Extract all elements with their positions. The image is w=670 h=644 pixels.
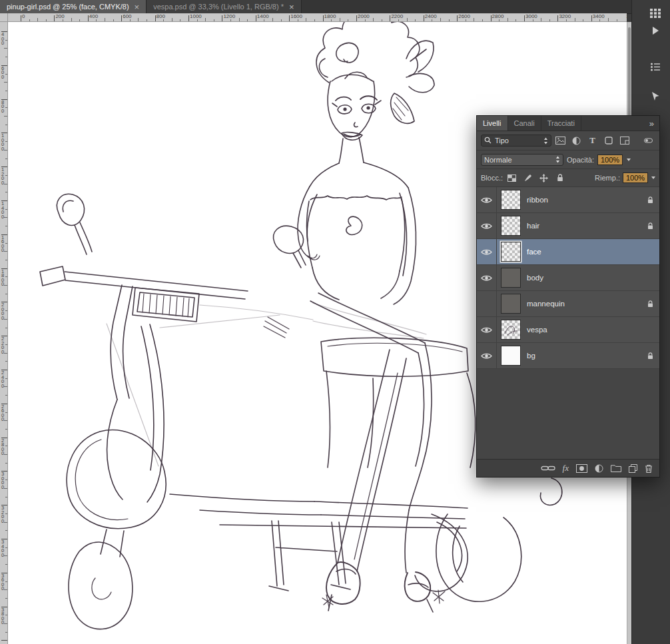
blend-row: Normale Opacità: 100%: [477, 151, 659, 169]
layer-thumbnail[interactable]: [501, 294, 521, 314]
layer-style-fx-icon[interactable]: fx: [563, 463, 569, 474]
layers-panel-tabbar: Livelli Canali Tracciati »: [477, 116, 659, 131]
layer-row-body[interactable]: body: [477, 265, 659, 291]
opacity-label: Opacità:: [567, 156, 594, 164]
annotations-icon[interactable]: [647, 88, 664, 104]
document-tab-vespa[interactable]: vespa.psd @ 33,3% (Livello 1, RGB/8) * ×: [147, 0, 301, 13]
layer-thumbnail[interactable]: [501, 216, 521, 236]
layer-visibility-toggle[interactable]: [477, 291, 497, 316]
adjustment-layer-filter-icon[interactable]: [569, 135, 583, 147]
filter-type-value: Tipo: [495, 137, 540, 145]
layer-visibility-toggle[interactable]: [477, 213, 497, 238]
layer-name: bg: [527, 352, 641, 360]
layer-visibility-toggle[interactable]: [477, 239, 497, 264]
layer-lock-icon: [641, 222, 659, 230]
layer-row-face[interactable]: face: [477, 239, 659, 265]
fill-dropdown-arrow-icon[interactable]: [651, 176, 655, 179]
layer-lock-icon: [641, 300, 659, 308]
layers-panel: Livelli Canali Tracciati » Tipo T: [476, 115, 660, 478]
lock-position-icon[interactable]: [537, 172, 551, 184]
layer-thumbnail[interactable]: [501, 190, 521, 210]
shape-layer-filter-icon[interactable]: [601, 135, 615, 147]
adjustment-layer-icon[interactable]: [595, 464, 603, 473]
layers-list: ribbonhairfacebodymannequinvespabg: [477, 187, 659, 369]
fill-label: Riemp.:: [595, 174, 620, 182]
ruler-vertical[interactable]: 4006008001000120014001600180020002200240…: [0, 22, 8, 644]
opacity-dropdown-arrow-icon[interactable]: [627, 159, 631, 161]
swatches-icon[interactable]: [647, 5, 664, 21]
fill-value-field[interactable]: 100%: [623, 172, 648, 183]
type-layer-filter-icon[interactable]: T: [585, 135, 599, 147]
combo-stepper-icon: [543, 137, 548, 145]
tool-presets-icon[interactable]: [647, 59, 664, 75]
layer-lock-icon: [641, 196, 659, 204]
blend-mode-value: Normale: [484, 156, 552, 164]
layer-visibility-toggle[interactable]: [477, 265, 497, 290]
opacity-value-field[interactable]: 100%: [597, 155, 623, 165]
close-tab-icon[interactable]: ×: [135, 3, 140, 11]
layer-name: body: [527, 274, 641, 282]
delete-layer-icon[interactable]: [645, 464, 653, 473]
layer-thumbnail[interactable]: [501, 346, 521, 366]
layer-thumbnail[interactable]: [501, 242, 521, 262]
document-tab-label: pinup-girl.psd @ 25% (face, CMYK/8): [7, 3, 129, 11]
search-icon: [484, 137, 492, 145]
layer-group-icon[interactable]: [611, 464, 621, 472]
layer-visibility-toggle[interactable]: [477, 343, 497, 368]
tab-tracciati[interactable]: Tracciati: [541, 116, 581, 131]
lock-transparency-icon[interactable]: [505, 172, 519, 184]
layer-visibility-toggle[interactable]: [477, 317, 497, 342]
layer-row-hair[interactable]: hair: [477, 213, 659, 239]
document-tab-label: vespa.psd @ 33,3% (Livello 1, RGB/8) *: [153, 3, 284, 11]
lock-pixels-icon[interactable]: [521, 172, 535, 184]
layer-filter-row: Tipo T: [477, 131, 659, 151]
new-layer-icon[interactable]: [629, 464, 637, 473]
layers-panel-toolbar: fx: [477, 459, 659, 477]
ruler-horizontal[interactable]: 0200400600800100012001400160018002000220…: [8, 13, 627, 22]
tab-canali[interactable]: Canali: [508, 116, 541, 131]
layer-row-bg[interactable]: bg: [477, 343, 659, 369]
layer-visibility-toggle[interactable]: [477, 187, 497, 212]
layer-name: ribbon: [527, 196, 641, 204]
lock-row: Blocc.: Riemp.: 100%: [477, 169, 659, 187]
layer-name: mannequin: [527, 300, 641, 308]
filter-type-dropdown[interactable]: Tipo: [481, 135, 551, 147]
layer-lock-icon: [641, 352, 659, 360]
pixel-layer-filter-icon[interactable]: [553, 135, 567, 147]
layer-thumbnail[interactable]: [501, 320, 521, 340]
filter-switch-icon[interactable]: [641, 135, 655, 147]
layer-name: face: [527, 248, 641, 256]
layer-mask-icon[interactable]: [576, 464, 587, 473]
layers-empty-area: [477, 369, 659, 459]
collapse-panel-chevrons-icon[interactable]: »: [644, 116, 659, 131]
lock-label: Blocc.:: [481, 174, 503, 182]
tab-livelli[interactable]: Livelli: [477, 116, 508, 131]
combo-stepper-icon: [555, 156, 560, 163]
layer-thumbnail[interactable]: [501, 268, 521, 288]
document-tabbar: pinup-girl.psd @ 25% (face, CMYK/8) × ve…: [0, 0, 670, 14]
layer-row-mannequin[interactable]: mannequin: [477, 291, 659, 317]
close-tab-icon[interactable]: ×: [289, 3, 294, 11]
layer-name: vespa: [527, 326, 641, 334]
layer-name: hair: [527, 222, 641, 230]
link-layers-icon[interactable]: [541, 465, 555, 472]
document-tab-pinup-girl[interactable]: pinup-girl.psd @ 25% (face, CMYK/8) ×: [0, 0, 147, 13]
ruler-origin-corner: [0, 13, 8, 22]
layer-row-ribbon[interactable]: ribbon: [477, 187, 659, 213]
blend-mode-dropdown[interactable]: Normale: [481, 154, 563, 166]
lock-all-icon[interactable]: [553, 172, 567, 184]
actions-play-icon[interactable]: [647, 23, 664, 39]
smart-object-filter-icon[interactable]: [617, 135, 631, 147]
layer-row-vespa[interactable]: vespa: [477, 317, 659, 343]
